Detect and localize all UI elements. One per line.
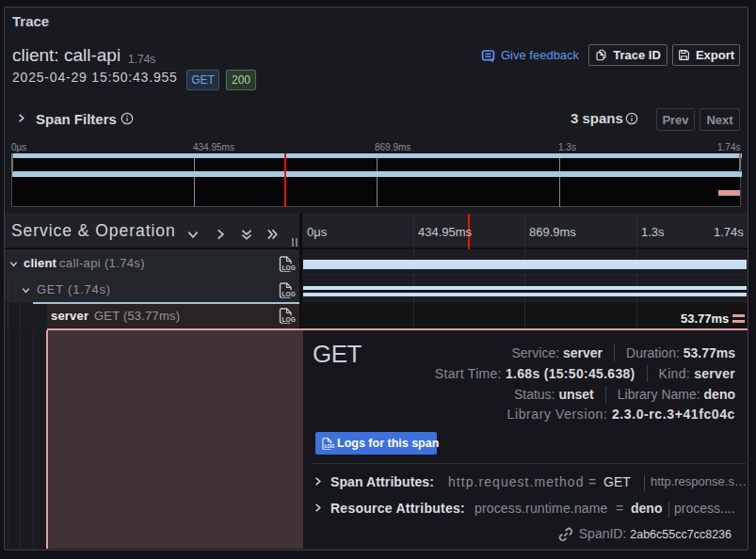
- svg-text:LOG: LOG: [282, 316, 296, 323]
- svg-text:LOG: LOG: [282, 291, 296, 297]
- svg-text:LOG: LOG: [282, 264, 296, 271]
- svg-text:LOG: LOG: [324, 443, 334, 449]
